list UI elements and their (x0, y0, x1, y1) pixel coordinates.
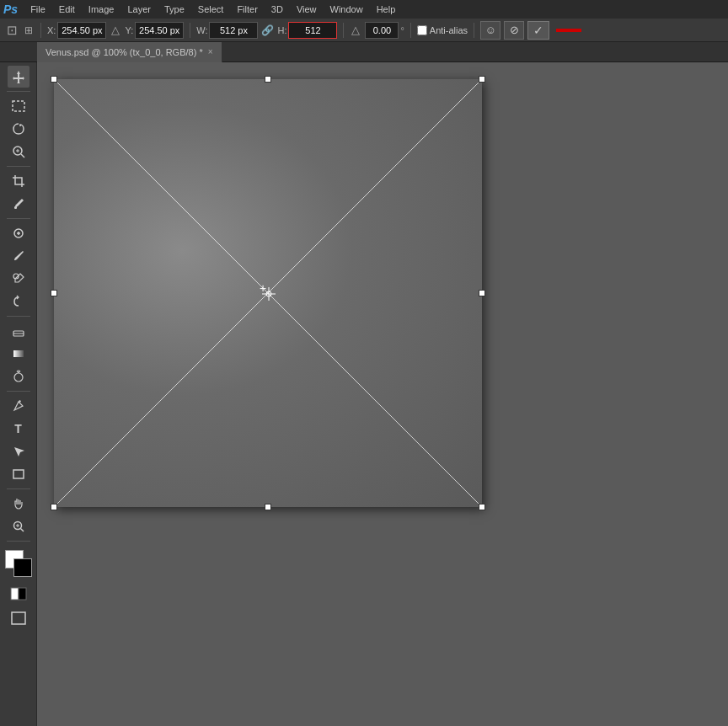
quick-mask-button[interactable] (8, 583, 29, 605)
separator-5 (474, 23, 474, 38)
tool-zoom[interactable] (8, 515, 29, 537)
svg-rect-22 (19, 588, 26, 600)
tool-dodge[interactable] (8, 366, 29, 387)
tool-crop[interactable] (8, 170, 29, 192)
menu-window[interactable]: Window (324, 3, 369, 16)
tool-quick-select[interactable] (8, 141, 29, 163)
menu-help[interactable]: Help (371, 3, 402, 16)
menu-image[interactable]: Image (83, 3, 120, 16)
h-field: H: (277, 22, 337, 39)
tool-gradient[interactable] (8, 343, 29, 365)
handle-bottom-right[interactable] (479, 504, 485, 510)
svg-rect-23 (12, 612, 25, 624)
x-field: X: (47, 22, 106, 39)
angle-input[interactable] (365, 22, 399, 39)
menu-edit[interactable]: Edit (53, 3, 81, 16)
svg-line-18 (20, 529, 24, 532)
tab-close-button[interactable]: × (208, 47, 213, 56)
handle-bottom-left[interactable] (51, 504, 57, 510)
y-label: Y: (125, 25, 133, 35)
tool-text[interactable]: T (8, 418, 29, 440)
menu-filter[interactable]: Filter (231, 3, 263, 16)
separator-1 (40, 23, 41, 38)
tool-separator-1 (7, 91, 30, 92)
tool-move[interactable] (8, 66, 29, 88)
grid-icon: ⊞ (24, 24, 33, 36)
angle-icon: △ (351, 24, 360, 36)
separator-3 (343, 23, 344, 38)
menu-layer[interactable]: Layer (121, 3, 157, 16)
background-color[interactable] (13, 558, 32, 577)
tool-eraser[interactable] (8, 320, 29, 342)
tool-rectangle-select[interactable] (8, 95, 29, 117)
confirm-button[interactable]: ✓ (527, 21, 549, 40)
svg-point-13 (14, 373, 23, 382)
ban-icon-button[interactable]: ⊘ (504, 21, 524, 40)
tool-shape[interactable] (8, 463, 29, 485)
x-label: X: (47, 25, 56, 35)
menu-select[interactable]: Select (192, 3, 230, 16)
handle-top-right[interactable] (479, 76, 485, 83)
photoshop-canvas (54, 79, 482, 507)
handle-middle-right[interactable] (479, 290, 485, 296)
tool-separator-5 (7, 391, 30, 392)
y-input[interactable] (135, 22, 184, 39)
face-icon-button[interactable]: ☺ (480, 21, 500, 40)
h-input[interactable] (288, 22, 337, 39)
svg-line-3 (21, 154, 24, 157)
svg-rect-21 (11, 588, 19, 600)
screen-mode-button[interactable] (8, 607, 29, 629)
tool-clone-stamp[interactable] (8, 268, 29, 290)
tool-path-select[interactable] (8, 440, 29, 462)
tool-separator-2 (7, 166, 30, 167)
w-field: W: (196, 22, 258, 39)
svg-rect-1 (13, 101, 24, 111)
tool-hand[interactable] (8, 493, 29, 515)
transform-icon: ⊡ (7, 23, 18, 38)
degree-symbol: ° (400, 25, 404, 35)
image-content (54, 79, 482, 507)
tool-eyedropper[interactable] (8, 193, 29, 215)
menu-view[interactable]: View (291, 3, 323, 16)
tool-separator-7 (7, 541, 30, 542)
separator-4 (410, 23, 411, 38)
canvas-area (37, 62, 728, 726)
menu-3d[interactable]: 3D (265, 3, 289, 16)
left-toolbar: T (0, 62, 37, 726)
svg-rect-16 (13, 470, 24, 478)
tool-brush[interactable] (8, 245, 29, 267)
document-tab[interactable]: Venus.psd @ 100% (tx_0_0, RGB/8) * × (37, 42, 222, 62)
tool-spot-heal[interactable] (8, 222, 29, 244)
antialias-area: Anti-alias (417, 25, 468, 35)
handle-top-center[interactable] (265, 76, 271, 83)
tool-separator-3 (7, 218, 30, 219)
angle-field: ° (365, 22, 404, 39)
tool-pen[interactable] (8, 395, 29, 417)
menu-file[interactable]: File (24, 3, 51, 16)
tab-title: Venus.psd @ 100% (tx_0_0, RGB/8) * (46, 47, 203, 57)
tool-lasso[interactable] (8, 118, 29, 140)
w-input[interactable] (209, 22, 258, 39)
x-input[interactable] (57, 22, 106, 39)
tool-separator-6 (7, 488, 30, 489)
tool-history-brush[interactable] (8, 291, 29, 312)
options-bar: ⊡ ⊞ X: △ Y: W: 🔗 H: △ ° Anti-alias ☺ (0, 19, 728, 42)
tab-bar: Venus.psd @ 100% (tx_0_0, RGB/8) * × (0, 42, 728, 62)
main-layout: T (0, 62, 728, 726)
svg-marker-0 (13, 71, 24, 83)
antialias-label: Anti-alias (430, 25, 468, 35)
handle-top-left[interactable] (51, 76, 57, 83)
center-crosshair (262, 287, 274, 299)
antialias-checkbox[interactable] (417, 25, 427, 35)
red-indicator (556, 29, 581, 32)
app-logo: Ps (3, 3, 18, 16)
link-icon: 🔗 (261, 24, 274, 36)
menu-type[interactable]: Type (158, 3, 190, 16)
h-label: H: (277, 25, 286, 35)
color-swatch-area[interactable] (5, 550, 32, 577)
handle-middle-left[interactable] (51, 290, 57, 296)
svg-rect-12 (13, 350, 24, 357)
y-field: Y: (125, 22, 184, 39)
handle-bottom-center[interactable] (265, 504, 271, 510)
tool-separator-4 (7, 316, 30, 317)
